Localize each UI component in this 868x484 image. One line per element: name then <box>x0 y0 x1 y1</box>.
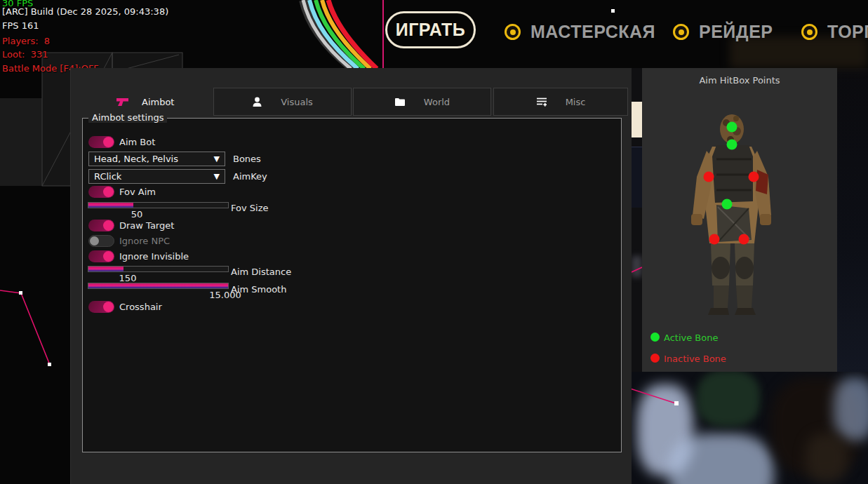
menu-item-raider[interactable]: РЕЙДЕР <box>673 22 773 42</box>
chevron-down-icon: ▼ <box>214 154 220 163</box>
aim-bot-label: Aim Bot <box>119 137 155 147</box>
pistol-icon <box>116 97 129 107</box>
group-title: Aimbot settings <box>88 112 167 123</box>
hitbox-point-pelvis <box>722 199 733 210</box>
toggle-knob <box>103 220 114 231</box>
menu-item-label: РЕЙДЕР <box>699 22 773 42</box>
coin-icon <box>801 24 817 40</box>
ignore-npc-toggle[interactable] <box>88 235 114 247</box>
toggle-knob <box>103 302 114 312</box>
tab-label: Aimbot <box>142 97 174 107</box>
coin-icon <box>673 24 689 40</box>
aimkey-dropdown[interactable]: RClick ▼ <box>88 169 225 184</box>
folder-icon <box>394 98 406 107</box>
marker-dot <box>611 9 615 13</box>
aim-bot-toggle[interactable] <box>88 136 114 148</box>
aimkey-value: RClick <box>94 171 121 182</box>
hitbox-point-head <box>727 122 737 133</box>
coin-icon <box>505 24 521 40</box>
tab-label: World <box>424 97 450 107</box>
toggle-knob <box>103 187 114 197</box>
build-info: [ARC] Build (Dec 28 2025, 09:43:38) <box>2 6 168 17</box>
esp-vertical-line <box>382 0 384 68</box>
hitbox-preview-panel: Aim HitBox Points <box>642 68 837 372</box>
rainbow-stripe <box>295 0 400 69</box>
chevron-down-icon: ▼ <box>214 172 220 181</box>
hitbox-panel-title: Aim HitBox Points <box>642 75 837 86</box>
esp-line-left <box>0 279 63 370</box>
draw-target-toggle[interactable] <box>88 220 114 231</box>
players-count: Players: 8 <box>2 36 50 46</box>
aim-distance-slider[interactable] <box>88 266 229 272</box>
tab-label: Misc <box>566 97 586 107</box>
loot-count: Loot: 331 <box>2 49 48 60</box>
fov-size-value: 50 <box>131 209 143 220</box>
game-background-scene <box>630 370 868 484</box>
fov-size-slider[interactable] <box>88 202 229 208</box>
hitbox-point-left-thigh <box>709 234 720 245</box>
slider-fill <box>88 283 228 288</box>
fov-size-label: Fov Size <box>231 203 268 213</box>
hitbox-point-neck <box>727 140 737 150</box>
tab-world[interactable]: World <box>353 88 491 116</box>
inactive-bone-dot <box>650 354 660 363</box>
ignore-invisible-toggle[interactable] <box>88 250 114 262</box>
toggle-knob <box>103 251 114 262</box>
menu-item-workshop[interactable]: МАСТЕРСКАЯ <box>505 22 655 42</box>
slider-fill <box>88 267 123 271</box>
tab-aimbot[interactable]: Aimbot <box>82 88 212 116</box>
toggle-knob <box>90 236 99 246</box>
person-icon <box>252 97 262 107</box>
menu-item-trade[interactable]: ТОРГО <box>801 22 868 42</box>
cheat-menu-panel: Aimbot Visuals World Misc Aimbot setting… <box>70 68 632 484</box>
fps-label: FPS 161 <box>2 20 39 31</box>
aim-distance-label: Aim Distance <box>231 267 291 277</box>
play-button[interactable]: ИГРАТЬ <box>385 11 476 48</box>
inactive-bone-label: Inactive Bone <box>664 354 726 364</box>
toggle-knob <box>103 137 114 147</box>
fov-aim-label: Fov Aim <box>119 187 156 197</box>
bones-dropdown[interactable]: Head, Neck, Pelvis ▼ <box>88 152 225 166</box>
game-background-right <box>837 68 868 372</box>
bones-label: Bones <box>233 154 261 164</box>
bones-value: Head, Neck, Pelvis <box>94 154 178 164</box>
game-background-mid <box>632 68 642 372</box>
aimkey-label: AimKey <box>233 171 267 182</box>
active-bone-dot <box>650 332 660 342</box>
menu-item-label: МАСТЕРСКАЯ <box>530 22 655 42</box>
hitbox-point-right-arm <box>749 172 759 182</box>
character-model <box>684 110 796 321</box>
draw-target-label: Draw Target <box>119 220 174 231</box>
aim-distance-value: 150 <box>119 273 137 283</box>
crosshair-toggle[interactable] <box>88 301 114 313</box>
slider-fill <box>88 203 133 208</box>
game-screen: { "overlay": { "fps_counter": "30 FPS", … <box>0 0 868 484</box>
aim-smooth-label: Aim Smooth <box>231 284 286 295</box>
playlist-add-icon <box>536 97 547 107</box>
play-button-label: ИГРАТЬ <box>396 20 466 40</box>
active-bone-label: Active Bone <box>664 332 718 343</box>
hitbox-point-left-arm <box>704 172 714 182</box>
ignore-npc-label: Ignore NPC <box>119 236 170 246</box>
crosshair-label: Crosshair <box>119 302 162 312</box>
menu-item-label: ТОРГО <box>827 22 868 42</box>
tab-misc[interactable]: Misc <box>493 88 628 116</box>
aimbot-settings-group: Aimbot settings Aim Bot Head, Neck, Pelv… <box>82 118 622 452</box>
tab-visuals[interactable]: Visuals <box>213 88 352 116</box>
aim-smooth-slider[interactable] <box>88 283 229 289</box>
fov-aim-toggle[interactable] <box>88 186 114 198</box>
tab-label: Visuals <box>281 97 313 107</box>
ignore-invisible-label: Ignore Invisible <box>119 251 189 262</box>
hitbox-point-right-thigh <box>739 234 749 245</box>
